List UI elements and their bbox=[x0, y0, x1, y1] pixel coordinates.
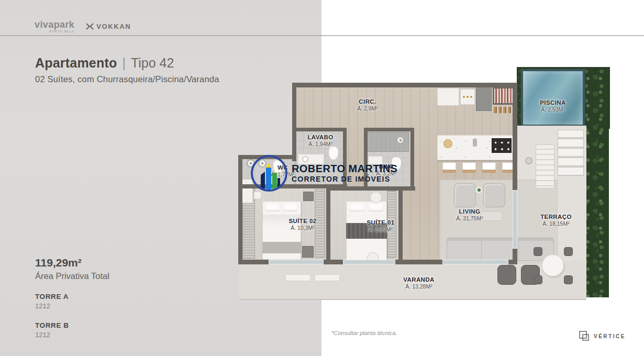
tower-a-name: TORRE A bbox=[35, 293, 109, 301]
plant bbox=[478, 188, 481, 192]
dining-chair bbox=[534, 275, 542, 284]
pouf bbox=[370, 192, 382, 203]
cooktop-unit bbox=[460, 89, 475, 105]
vokkan-wordmark: VOKKAN bbox=[96, 23, 131, 30]
wall-between-suites bbox=[326, 186, 330, 264]
title-separator: | bbox=[122, 55, 126, 71]
room-label-lavabo: LAVABO Á. 1,94M² bbox=[307, 134, 333, 147]
room-label-living: LIVING Á. 31,75M² bbox=[456, 208, 483, 221]
dining-chair bbox=[534, 247, 542, 256]
vertice-logo: VÉRTICE bbox=[579, 330, 626, 342]
room-label-circ: CIRC. Á. 2,9M² bbox=[357, 98, 378, 112]
suite02-varanda-glass bbox=[269, 260, 324, 264]
varanda-mat bbox=[315, 274, 340, 281]
header-divider-line bbox=[0, 35, 644, 36]
varanda-edge-line bbox=[239, 299, 586, 300]
armchair bbox=[483, 183, 505, 207]
vivapark-wordmark: vivapark bbox=[35, 20, 74, 29]
private-area-label: Área Privativa Total bbox=[35, 271, 109, 281]
pillow bbox=[350, 204, 365, 212]
suite02-dresser bbox=[303, 192, 314, 201]
wall-bwc-top bbox=[364, 128, 414, 131]
realtor-name: ROBERTO MARTINS bbox=[292, 163, 397, 174]
bar-stool bbox=[482, 162, 496, 173]
realtor-watermark: ROBERTO MARTINS CORRETOR DE IMÓVEIS bbox=[251, 155, 397, 192]
wall-left-outer bbox=[238, 155, 242, 264]
terrace-drain bbox=[525, 157, 532, 164]
pillow bbox=[368, 204, 383, 212]
island-faucet bbox=[473, 139, 477, 147]
coffee-table bbox=[480, 212, 502, 221]
side-table bbox=[475, 186, 483, 194]
bed-throw bbox=[262, 242, 301, 253]
gas-burners bbox=[492, 138, 512, 153]
living-varanda-glass bbox=[442, 260, 508, 264]
varanda-mat bbox=[285, 274, 310, 281]
vertice-wordmark: VÉRTICE bbox=[594, 333, 626, 339]
floorplan: CIRC. Á. 2,9M² LAVABO Á. 1,94M² WC Á. 1,… bbox=[238, 67, 610, 301]
pool bbox=[521, 69, 585, 127]
realtor-logo-icon bbox=[251, 155, 287, 192]
title-variant: Tipo 42 bbox=[131, 55, 174, 71]
technical-note: *Consultar planta técnica. bbox=[331, 330, 397, 336]
room-label-varanda: VARANDA Á. 13,28M² bbox=[403, 276, 434, 290]
pillow bbox=[283, 204, 297, 212]
bar-stool bbox=[442, 162, 456, 173]
page-title: Apartamento bbox=[35, 55, 117, 71]
suite02-dresser bbox=[302, 246, 314, 258]
armchair bbox=[454, 183, 476, 207]
realtor-role: CORRETOR DE IMÓVEIS bbox=[292, 175, 397, 183]
wall-bwc-right bbox=[410, 128, 414, 191]
wall-lavabo-top bbox=[295, 128, 347, 131]
realtor-name-block: ROBERTO MARTINS CORRETOR DE IMÓVEIS bbox=[292, 163, 397, 183]
room-label-suite01: SUÍTE 01 Á. 8,99M² bbox=[367, 219, 394, 232]
private-area-value: 119,29m² bbox=[35, 257, 109, 269]
vokkan-x-icon bbox=[86, 23, 94, 30]
room-label-suite02: SUÍTE 02 Á. 10,3M² bbox=[288, 218, 316, 231]
vivapark-logo: vivapark PORTO BELO bbox=[35, 20, 74, 34]
vertice-squares-icon bbox=[579, 330, 590, 342]
kitchen-sink-unit bbox=[476, 86, 492, 111]
summary-block: 119,29m² Área Privativa Total TORRE A 12… bbox=[35, 257, 109, 339]
vivapark-tagline: PORTO BELO bbox=[49, 30, 74, 34]
wall-top bbox=[292, 83, 517, 87]
pool-water bbox=[523, 71, 583, 125]
tower-b-name: TORRE B bbox=[35, 321, 109, 329]
room-label-terraco: TERRAÇO Á. 18,15M² bbox=[540, 214, 572, 227]
header-brand-row: vivapark PORTO BELO VOKKAN bbox=[35, 20, 131, 34]
nightstand bbox=[254, 192, 261, 199]
title-subtitle: 02 Suítes, com Churrasqueira/Piscina/Var… bbox=[35, 74, 219, 84]
terrace-steps bbox=[558, 130, 584, 176]
bar-stool bbox=[462, 162, 476, 173]
varanda-chair bbox=[497, 265, 516, 285]
sun-lounger bbox=[536, 144, 554, 188]
tower-a-unit: 1212 bbox=[35, 302, 109, 310]
dining-table bbox=[542, 254, 564, 276]
vokkan-logo: VOKKAN bbox=[86, 23, 131, 30]
tower-a-block: TORRE A 1212 bbox=[35, 293, 109, 310]
wall-main-left bbox=[292, 83, 296, 161]
dining-chair bbox=[564, 275, 573, 284]
kitchen-counter bbox=[437, 88, 459, 106]
pillow bbox=[265, 204, 280, 212]
tower-b-unit: 1212 bbox=[35, 331, 109, 339]
buildings-icon bbox=[258, 163, 281, 190]
shower-head bbox=[396, 136, 404, 144]
tower-b-block: TORRE B 1212 bbox=[35, 321, 109, 339]
cutting-board bbox=[443, 139, 452, 148]
suite01-varanda-glass bbox=[343, 260, 395, 264]
terrace-glass-door bbox=[513, 190, 517, 249]
title-block: Apartamento | Tipo 42 02 Suítes, com Chu… bbox=[35, 55, 219, 84]
room-label-piscina: PISCINA Á. 3,53M² bbox=[540, 99, 565, 113]
wall-right-upper bbox=[513, 83, 517, 190]
dining-chair bbox=[564, 247, 573, 256]
wall-suite01-living bbox=[398, 186, 403, 264]
